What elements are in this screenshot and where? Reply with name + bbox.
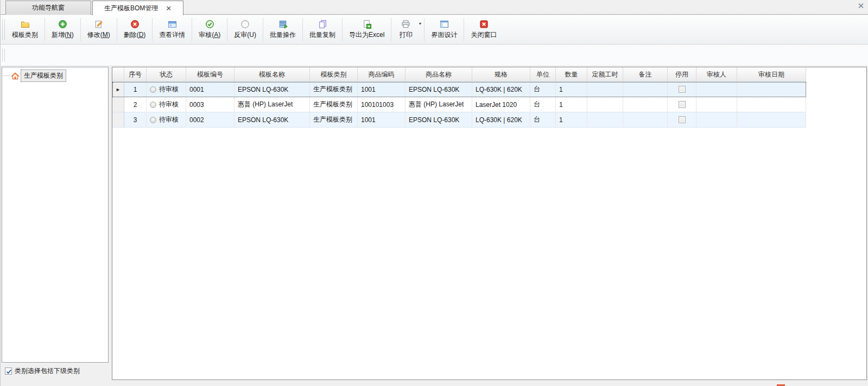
toolbar-button-ui-design[interactable]: 界面设计 — [425, 15, 463, 44]
grid-header-cell[interactable]: 单位 — [530, 67, 556, 82]
toolbar-button-batch-copy[interactable]: 批量复制 — [303, 15, 341, 44]
cell-模板编号: 0001 — [186, 82, 235, 97]
pending-status-icon — [150, 117, 156, 123]
grid-header-cell[interactable]: 备注 — [623, 67, 668, 82]
cell-停用 — [668, 112, 696, 128]
cell-模板类别: 生产模板类别 — [310, 82, 358, 97]
cell-模板名称: EPSON LQ-630K — [235, 82, 310, 97]
table-row[interactable]: ►1待审核0001EPSON LQ-630K生产模板类别1001EPSON LQ… — [112, 82, 806, 97]
toolbar-separator — [342, 18, 343, 41]
toolbar-button-add[interactable]: 新增(N) — [46, 15, 80, 44]
grid-header-cell[interactable]: 商品名称 — [406, 67, 472, 82]
cell-审核人 — [696, 112, 737, 128]
toolbar-button-batch-operate[interactable]: 批量操作 — [264, 15, 302, 44]
tab-bom-management[interactable]: 生产模板BOM管理 ✕ — [92, 1, 183, 15]
filter-bar-grip[interactable] — [2, 49, 5, 61]
include-subcategory-checkbox[interactable] — [5, 368, 12, 375]
delete-icon — [130, 19, 140, 29]
grid-header-cell[interactable]: 模板名称 — [235, 67, 310, 82]
grid-header-cell[interactable]: 商品编码 — [358, 67, 406, 82]
toolbar-button-view-details[interactable]: 查看详情 — [153, 15, 191, 44]
tab-function-nav[interactable]: 功能导航窗 — [5, 1, 91, 15]
toolbar-button-close-window[interactable]: 关闭窗口 — [465, 15, 503, 44]
toolbar-button-template-category[interactable]: 模板类别 — [6, 15, 44, 44]
edit-icon — [94, 19, 103, 29]
toolbar-button-edit[interactable]: 修改(M) — [81, 15, 116, 44]
print-dropdown-arrow[interactable]: ▼ — [418, 22, 422, 26]
grid-header-cell[interactable]: 定额工时 — [587, 67, 623, 82]
cell-规格: LQ-630K | 620K — [472, 112, 530, 128]
cell-审核日期 — [737, 112, 806, 128]
toolbar-button-label: 界面设计 — [431, 30, 457, 40]
cell-模板编号: 0002 — [186, 112, 235, 128]
toolbar-separator — [263, 18, 263, 41]
close-window-icon — [479, 19, 489, 29]
row-indicator — [112, 97, 124, 112]
toolbar-button-export-excel[interactable]: 导出为Excel — [343, 15, 390, 44]
toolbar-separator — [227, 18, 227, 41]
export-excel-icon — [362, 19, 371, 29]
toolbar-separator — [80, 18, 81, 41]
cell-状态: 待审核 — [147, 82, 186, 97]
toolbar-button-delete[interactable]: 删除(D) — [118, 15, 152, 44]
cell-模板名称: 惠普 (HP) LaserJet — [235, 97, 310, 112]
grid-header-cell[interactable]: 审核日期 — [737, 67, 806, 82]
grid-header-cell[interactable]: 数量 — [556, 67, 587, 82]
cell-商品编码: 1001 — [358, 112, 406, 128]
cell-模板类别: 生产模板类别 — [310, 112, 358, 128]
grid-header-cell[interactable]: 模板编号 — [186, 67, 235, 82]
toolbar-button-label: 修改(M) — [87, 30, 110, 40]
grid-header-indicator — [112, 67, 124, 82]
cell-数量: 1 — [556, 112, 587, 128]
table-row[interactable]: 3待审核0002EPSON LQ-630K生产模板类别1001EPSON LQ-… — [112, 112, 806, 128]
tab-close-icon[interactable]: ✕ — [166, 5, 172, 12]
toolbar-button-label: 批量操作 — [270, 30, 296, 40]
cell-商品名称: 惠普 (HP) LaserJet — [406, 97, 472, 112]
toolbar-grip[interactable] — [2, 20, 5, 40]
cell-序号: 1 — [124, 82, 147, 97]
toolbar-button-label: 审核(A) — [199, 30, 220, 40]
app-window: 功能导航窗 生产模板BOM管理 ✕ ✕ 模板类别 新增(N) — [0, 0, 868, 386]
tab-label: 生产模板BOM管理 — [104, 4, 158, 13]
disabled-checkbox[interactable] — [679, 116, 686, 123]
grid-header-cell[interactable]: 模板类别 — [310, 67, 358, 82]
view-details-icon — [168, 19, 177, 29]
toolbar-button-print[interactable]: 打印 ▼ — [392, 15, 423, 44]
toolbar-separator — [45, 18, 45, 41]
include-subcategory-option[interactable]: 类别选择包括下级类别 — [5, 366, 80, 376]
grid-header-cell[interactable]: 停用 — [668, 67, 696, 82]
tree-connector — [3, 75, 10, 76]
cell-单位: 台 — [530, 97, 556, 112]
toolbar-separator — [152, 18, 153, 41]
disabled-checkbox[interactable] — [679, 86, 686, 93]
cell-审核人 — [696, 97, 737, 112]
window-close-icon[interactable]: ✕ — [857, 2, 865, 10]
grid-header-cell[interactable]: 序号 — [124, 67, 147, 82]
tab-bar: 功能导航窗 生产模板BOM管理 ✕ ✕ — [1, 0, 868, 15]
include-subcategory-label: 类别选择包括下级类别 — [15, 366, 80, 376]
cell-规格: LaserJet 1020 — [472, 97, 530, 112]
content-area: 生产模板类别 类别选择包括下级类别 序号状态模板编号模板名称模板类别商品编码商品… — [1, 65, 868, 386]
pending-status-icon — [150, 102, 156, 108]
cell-数量: 1 — [556, 97, 587, 112]
cell-模板名称: EPSON LQ-630K — [235, 112, 310, 128]
tree-node-root[interactable]: 生产模板类别 — [3, 70, 108, 81]
cell-规格: LQ-630K | 620K — [472, 82, 530, 97]
toolbar-button-unapprove[interactable]: 反审(U) — [228, 15, 262, 44]
batch-copy-icon — [318, 19, 327, 29]
cell-单位: 台 — [530, 82, 556, 97]
grid-header-cell[interactable]: 状态 — [147, 67, 186, 82]
cell-状态: 待审核 — [147, 97, 186, 112]
toolbar-button-approve[interactable]: 审核(A) — [193, 15, 226, 44]
add-icon — [58, 19, 67, 29]
grid-header-cell[interactable]: 规格 — [472, 67, 530, 82]
table-row[interactable]: 2待审核0003惠普 (HP) LaserJet生产模板类别100101003惠… — [112, 97, 806, 112]
bom-grid-panel: 序号状态模板编号模板名称模板类别商品编码商品名称规格单位数量定额工时备注停用审核… — [112, 67, 867, 380]
grid-header-cell[interactable]: 审核人 — [696, 67, 737, 82]
cell-定额工时 — [587, 112, 623, 128]
cell-商品名称: EPSON LQ-630K — [406, 112, 472, 128]
toolbar-separator — [391, 18, 391, 41]
print-icon — [401, 19, 410, 29]
grid-body: ►1待审核0001EPSON LQ-630K生产模板类别1001EPSON LQ… — [112, 82, 866, 128]
disabled-checkbox[interactable] — [679, 101, 686, 108]
